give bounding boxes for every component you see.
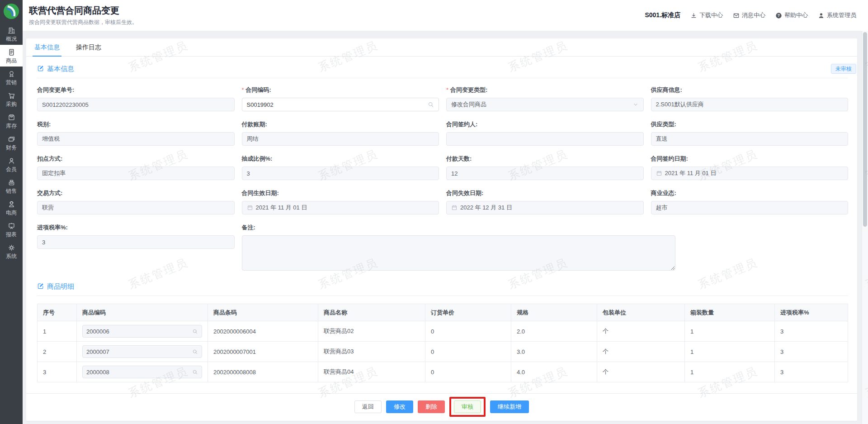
- field-label: 扣点方式:: [37, 155, 235, 163]
- sidebar-item-label: 财务: [6, 145, 17, 150]
- modify-button[interactable]: 修改: [386, 400, 413, 413]
- section-detail-title: 商品明细: [37, 282, 848, 291]
- sidebar-item-system[interactable]: 系统: [0, 240, 23, 262]
- cell-barcode: 2002000008008: [208, 362, 318, 382]
- payment_days-field: 付款天数:12: [446, 155, 644, 180]
- field-label: 合同失效日期:: [446, 189, 644, 197]
- app-root: 概况商品营销采购库存财务会员销售电商报表系统 联营代营合同商品变更 按合同变更联…: [0, 0, 868, 424]
- table-body: 120000062002000006004联营商品0202.0个13220000…: [38, 321, 848, 382]
- deduction_method-field: 扣点方式:固定扣率: [37, 155, 235, 180]
- search-icon[interactable]: [192, 369, 198, 375]
- sidebar-item-finance[interactable]: 财务: [0, 132, 23, 153]
- purchase-icon: [8, 92, 15, 100]
- payment_period-input: 周结: [242, 132, 439, 146]
- search-icon[interactable]: [192, 329, 198, 334]
- cell-unit: 个: [597, 342, 685, 362]
- back-button[interactable]: 返回: [354, 400, 382, 413]
- contract_change_type-field: *合同变更类型:修改合同商品: [446, 86, 644, 111]
- field-label: 合同生效日期:: [242, 189, 439, 197]
- topbar-link-user[interactable]: 系统管理员: [818, 11, 856, 19]
- contract_code-input[interactable]: S0019902: [242, 98, 439, 111]
- sidebar-item-sales[interactable]: 销售: [0, 175, 23, 197]
- sidebar-item-label: 销售: [6, 188, 17, 194]
- search-icon[interactable]: [192, 349, 198, 355]
- search-icon[interactable]: [428, 101, 434, 108]
- field-label: 供应类型:: [651, 120, 849, 129]
- inventory-icon: [8, 114, 15, 121]
- effective_date-field: 合同生效日期:2021 年 11 月 01 日: [242, 189, 439, 214]
- app-logo[interactable]: [3, 3, 19, 19]
- sidebar-item-inventory[interactable]: 库存: [0, 110, 23, 132]
- topbar-link-label: 下载中心: [699, 11, 723, 19]
- remark-field: 备注:: [242, 224, 644, 271]
- cell-tax_rate: 3: [775, 321, 848, 342]
- cell-box_qty: 1: [685, 321, 775, 342]
- continue_add-button[interactable]: 继续新增: [490, 400, 529, 413]
- sidebar-item-overview[interactable]: 概况: [0, 23, 23, 45]
- required-asterisk: *: [446, 86, 448, 93]
- sidebar-item-member[interactable]: 会员: [0, 153, 23, 175]
- ecommerce-icon: [8, 200, 15, 208]
- expire_date-field: 合同失效日期:2022 年 12 月 31 日: [446, 189, 644, 214]
- required-asterisk: *: [242, 86, 244, 93]
- topbar-links: 下载中心消息中心?帮助中心系统管理员: [690, 11, 856, 19]
- cell-barcode: 2002000007001: [208, 342, 318, 362]
- tax_type-field: 税别:增值税: [37, 120, 235, 146]
- table-header-cell: 进项税率%: [775, 304, 848, 321]
- topbar-link-label: 消息中心: [742, 11, 765, 19]
- sidebar-item-marketing[interactable]: 营销: [0, 67, 23, 88]
- field-label: 税别:: [37, 120, 235, 129]
- table-header-cell: 商品名称: [318, 304, 425, 321]
- cell-price: 0: [425, 321, 511, 342]
- topbar-link-help[interactable]: ?帮助中心: [775, 11, 808, 19]
- cell-price: 0: [425, 362, 511, 382]
- annotation-box-audit: 审核: [449, 397, 486, 417]
- edit-icon: [37, 65, 44, 73]
- commission_rate-field: 抽成比例%:3: [242, 155, 439, 180]
- field-label: 合同签约人:: [446, 120, 644, 129]
- contract_code-field: *合同编码:S0019902: [242, 86, 439, 111]
- field-label: 进项税率%:: [37, 224, 235, 232]
- contract_change_no-field: 合同变更单号:S0012202230005: [37, 86, 235, 111]
- store-selector[interactable]: S001.标准店: [645, 11, 680, 19]
- card-body: 未审核 基本信息 合同变更单号:S0012202230005*合同编码:S001…: [26, 57, 857, 393]
- topbar-link-download[interactable]: 下载中心: [690, 11, 723, 19]
- section-basic-title-text: 基本信息: [47, 65, 74, 73]
- remark-input[interactable]: [242, 235, 675, 271]
- topbar-link-message[interactable]: 消息中心: [733, 11, 765, 19]
- footer-action-bar: 返回修改删除审核继续新增: [26, 393, 857, 421]
- topbar-link-label: 帮助中心: [784, 11, 808, 19]
- contract_sign_date-input: 2021 年 11 月 01 日: [651, 167, 849, 180]
- cell-tax_rate: 3: [775, 362, 848, 382]
- sidebar-item-report[interactable]: 报表: [0, 219, 23, 240]
- cell-unit: 个: [597, 362, 685, 382]
- sidebar-item-goods[interactable]: 商品: [0, 45, 23, 67]
- cell-name: 联营商品04: [318, 362, 425, 382]
- sidebar-item-purchase[interactable]: 采购: [0, 88, 23, 110]
- sidebar-item-label: 概况: [6, 36, 17, 42]
- contract_signer-field: 合同签约人:: [446, 120, 644, 146]
- workspace: 基本信息操作日志 未审核 基本信息 合同变更单号:S0012202230005*…: [23, 31, 868, 424]
- sidebar-item-label: 采购: [6, 101, 17, 107]
- product-code-input[interactable]: 2000006: [82, 325, 202, 338]
- main-area: 联营代营合同商品变更 按合同变更联营代营商品数据，审核后生效。 S001.标准店…: [23, 0, 868, 424]
- cell-seq: 3: [38, 362, 77, 382]
- scrollbar-thumb[interactable]: [863, 32, 867, 227]
- tab-basic-info[interactable]: 基本信息: [33, 38, 61, 56]
- sidebar-item-label: 营销: [6, 80, 17, 85]
- scrollbar[interactable]: [862, 31, 868, 424]
- table-header-row: 序号商品编码商品条码商品名称订货单价规格包装单位箱装数量进项税率%: [38, 304, 848, 321]
- product-code-input[interactable]: 2000007: [82, 345, 202, 358]
- section-detail-title-text: 商品明细: [47, 282, 74, 291]
- sidebar-item-ecommerce[interactable]: 电商: [0, 197, 23, 219]
- marketing-icon: [8, 70, 15, 78]
- cell-box_qty: 1: [685, 362, 775, 382]
- section-basic-info: 基本信息 合同变更单号:S0012202230005*合同编码:S0019902…: [37, 65, 848, 271]
- delete-button[interactable]: 删除: [418, 400, 445, 413]
- product-code-input[interactable]: 2000008: [82, 366, 202, 378]
- tab-operation-log[interactable]: 操作日志: [74, 38, 103, 56]
- cell-seq: 1: [38, 321, 77, 342]
- sales-icon: [8, 179, 15, 186]
- audit-button[interactable]: 审核: [454, 400, 481, 413]
- message-icon: [733, 12, 740, 19]
